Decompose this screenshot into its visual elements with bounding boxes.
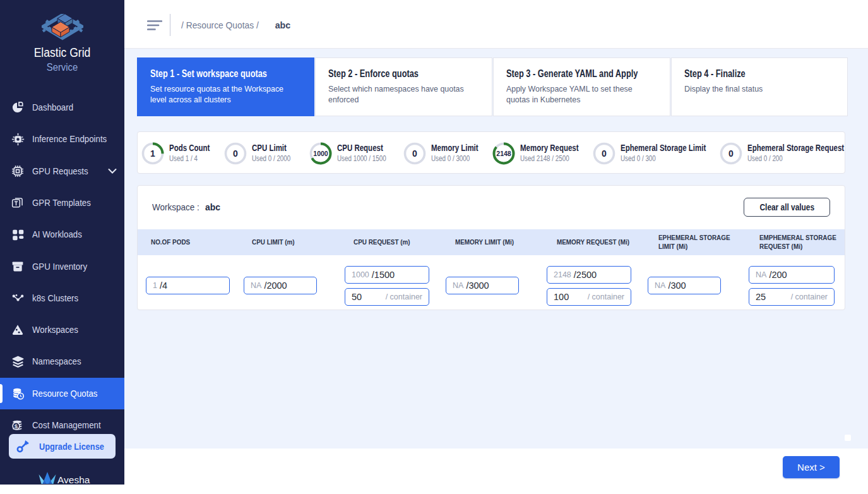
svg-text:$: $ [15,423,18,430]
